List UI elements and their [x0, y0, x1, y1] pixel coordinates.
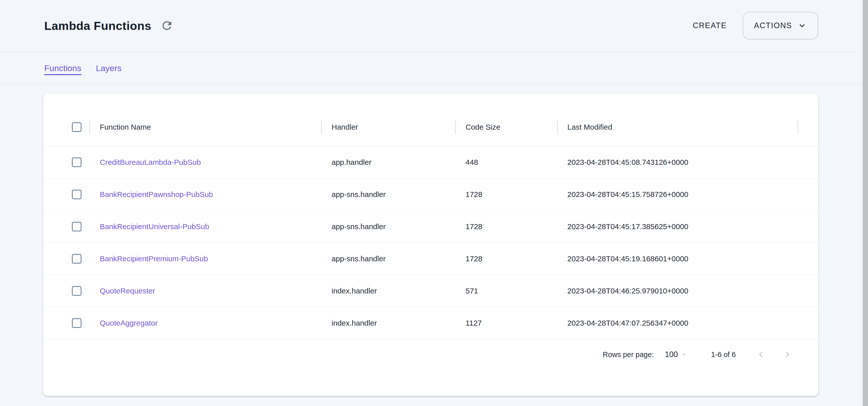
functions-table-card: Function Name Handler Code Size Last Mod…: [43, 94, 818, 396]
function-name-cell: CreditBureauLambda-PubSub: [89, 158, 321, 167]
table-row: BankRecipientUniversal-PubSub app-sns.ha…: [43, 211, 818, 243]
page-title: Lambda Functions: [44, 19, 151, 33]
function-name-cell: QuoteAggregator: [89, 319, 321, 327]
function-name-link[interactable]: QuoteAggregator: [100, 319, 158, 327]
table-row: BankRecipientPawnshop-PubSub app-sns.han…: [43, 179, 818, 211]
handler-cell: index.handler: [321, 287, 455, 295]
column-header-handler: Handler: [321, 108, 455, 146]
code-size-cell: 1728: [455, 255, 557, 263]
column-header-label: Code Size: [466, 123, 500, 131]
row-checkbox-cell: [43, 286, 89, 296]
refresh-button[interactable]: [160, 19, 174, 32]
rows-per-page-select[interactable]: 100: [665, 350, 688, 359]
tabbar: Functions Layers: [0, 52, 868, 85]
function-name-cell: QuoteRequester: [89, 287, 321, 295]
code-size-cell: 448: [455, 158, 557, 167]
function-name-link[interactable]: BankRecipientPawnshop-PubSub: [100, 190, 213, 199]
table-row: BankRecipientPremium-PubSub app-sns.hand…: [43, 243, 818, 275]
select-all-cell: [43, 122, 89, 132]
code-size-cell: 1728: [455, 222, 557, 231]
row-checkbox-cell: [43, 158, 89, 167]
column-header-label: Last Modified: [567, 123, 612, 131]
row-checkbox-cell: [43, 222, 89, 231]
scrollbar-thumb[interactable]: [863, 0, 868, 406]
table-body: CreditBureauLambda-PubSub app.handler 44…: [43, 146, 818, 339]
table-row: QuoteAggregator index.handler 1127 2023-…: [43, 307, 818, 339]
column-header-label: Function Name: [100, 123, 151, 131]
column-divider: [455, 120, 456, 134]
chevron-down-icon: [797, 21, 807, 31]
row-checkbox[interactable]: [72, 318, 82, 328]
function-name-cell: BankRecipientPremium-PubSub: [89, 255, 321, 263]
refresh-icon: [160, 19, 174, 32]
arrow-dropdown-icon: [678, 350, 688, 359]
function-name-cell: BankRecipientUniversal-PubSub: [89, 222, 321, 231]
previous-page-button[interactable]: [755, 349, 767, 360]
row-checkbox[interactable]: [72, 286, 82, 296]
last-modified-cell: 2023-04-28T04:45:19.168601+0000: [557, 255, 797, 263]
function-name-cell: BankRecipientPawnshop-PubSub: [89, 190, 321, 199]
row-checkbox-cell: [43, 318, 89, 328]
row-checkbox-cell: [43, 254, 89, 264]
column-header-last-modified: Last Modified: [557, 108, 797, 146]
title-wrap: Lambda Functions: [44, 19, 174, 33]
chevron-right-icon: [782, 349, 793, 360]
actions-button[interactable]: ACTIONS: [743, 12, 818, 39]
rows-per-page-value: 100: [665, 350, 678, 359]
code-size-cell: 571: [455, 287, 557, 295]
pagination-bar: Rows per page: 100 1-6 of 6: [43, 339, 818, 370]
column-divider: [797, 120, 798, 134]
handler-cell: app-sns.handler: [321, 190, 455, 199]
row-checkbox[interactable]: [72, 190, 82, 199]
row-checkbox-cell: [43, 190, 89, 199]
actions-button-label: ACTIONS: [754, 21, 792, 30]
chevron-left-icon: [755, 349, 767, 360]
handler-cell: index.handler: [321, 319, 455, 327]
last-modified-cell: 2023-04-28T04:45:08.743126+0000: [557, 158, 797, 167]
last-modified-cell: 2023-04-28T04:47:07.256347+0000: [557, 319, 797, 327]
function-name-link[interactable]: QuoteRequester: [100, 287, 155, 295]
table-row: CreditBureauLambda-PubSub app.handler 44…: [43, 146, 818, 179]
table-row: QuoteRequester index.handler 571 2023-04…: [43, 275, 818, 307]
code-size-cell: 1127: [455, 319, 557, 327]
handler-cell: app.handler: [321, 158, 455, 167]
column-header-label: Handler: [332, 123, 358, 131]
function-name-link[interactable]: CreditBureauLambda-PubSub: [100, 158, 201, 166]
topbar-actions: CREATE ACTIONS: [693, 12, 818, 39]
create-button[interactable]: CREATE: [693, 21, 727, 30]
row-checkbox[interactable]: [72, 158, 82, 167]
column-header-function-name: Function Name: [89, 108, 321, 146]
tab-layers[interactable]: Layers: [96, 63, 121, 73]
column-header-code-size: Code Size: [455, 108, 557, 146]
scrollbar-track[interactable]: [863, 0, 868, 406]
handler-cell: app-sns.handler: [321, 222, 455, 231]
select-all-checkbox[interactable]: [72, 122, 82, 132]
next-page-button[interactable]: [782, 349, 793, 360]
tab-functions[interactable]: Functions: [44, 63, 81, 73]
code-size-cell: 1728: [455, 190, 557, 199]
row-checkbox[interactable]: [72, 254, 82, 264]
column-header-empty: [797, 108, 818, 146]
row-checkbox[interactable]: [72, 222, 82, 231]
column-divider: [321, 120, 322, 134]
last-modified-cell: 2023-04-28T04:45:17.385625+0000: [557, 222, 797, 231]
function-name-link[interactable]: BankRecipientPremium-PubSub: [100, 255, 208, 263]
content-area: Function Name Handler Code Size Last Mod…: [0, 85, 868, 396]
column-divider: [89, 120, 90, 134]
topbar: Lambda Functions CREATE ACTIONS: [0, 0, 868, 52]
last-modified-cell: 2023-04-28T04:46:25.979010+0000: [557, 287, 797, 295]
handler-cell: app-sns.handler: [321, 255, 455, 263]
rows-per-page-label: Rows per page:: [603, 350, 654, 359]
function-name-link[interactable]: BankRecipientUniversal-PubSub: [100, 222, 209, 231]
pagination-range-label: 1-6 of 6: [711, 350, 736, 359]
column-divider: [557, 120, 558, 134]
table-header-row: Function Name Handler Code Size Last Mod…: [43, 108, 818, 146]
last-modified-cell: 2023-04-28T04:45:15.758726+0000: [557, 190, 797, 199]
